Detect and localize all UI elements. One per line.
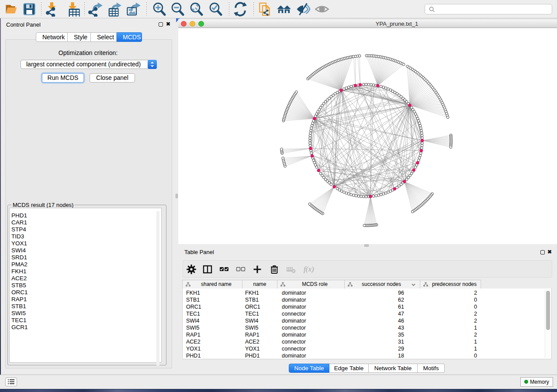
svg-text:f(x): f(x) (304, 265, 314, 273)
